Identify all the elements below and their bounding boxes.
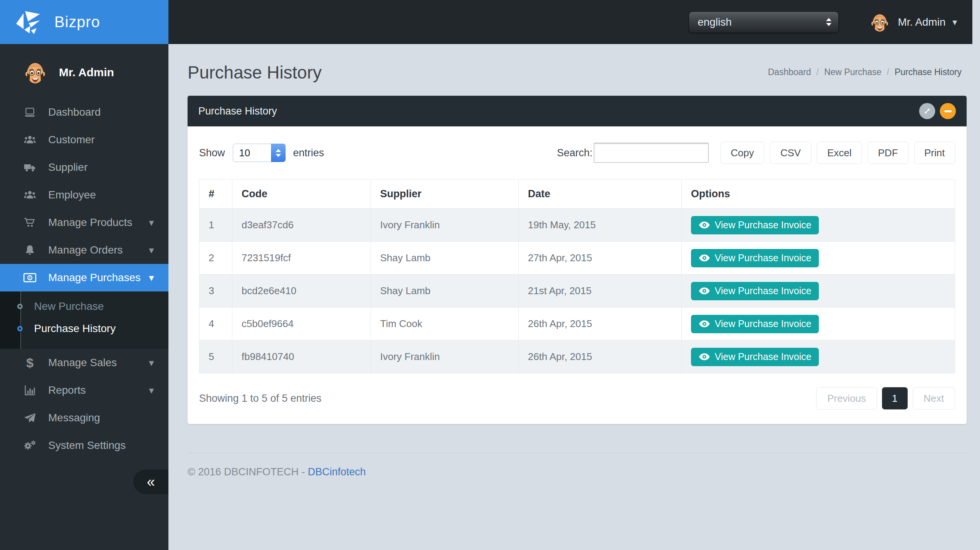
entries-label: entries — [293, 147, 324, 159]
cell-options: View Purchase Invoice — [682, 308, 955, 340]
cell-code: fb98410740 — [232, 340, 371, 373]
breadcrumb-current: Purchase History — [895, 67, 962, 77]
sidebar-item-employee[interactable]: Employee — [0, 181, 168, 209]
sidebar-item-label: Dashboard — [48, 106, 101, 118]
users-icon — [21, 189, 38, 201]
cell-num: 2 — [199, 242, 232, 275]
app-root: Bizpro Mr. Admin Dashboard Customer — [0, 0, 980, 550]
panel-heading: Purchase History — [188, 96, 967, 126]
sidebar-subitem-purchase-history[interactable]: Purchase History — [0, 318, 168, 340]
breadcrumb-separator: / — [887, 67, 889, 77]
caret-down-icon: ▾ — [149, 385, 154, 396]
sidebar-item-dashboard[interactable]: Dashboard — [0, 98, 168, 126]
column-header-supplier[interactable]: Supplier — [371, 180, 519, 209]
view-purchase-invoice-button[interactable]: View Purchase Invoice — [691, 282, 819, 300]
view-purchase-invoice-button[interactable]: View Purchase Invoice — [691, 216, 819, 234]
print-button[interactable]: Print — [914, 142, 955, 164]
view-purchase-invoice-button[interactable]: View Purchase Invoice — [691, 315, 819, 333]
purchase-history-table: # Code Supplier Date Options 1 d3eaf37cd… — [199, 179, 955, 373]
cell-date: 21st Apr, 2015 — [519, 275, 682, 308]
topbar-avatar — [869, 11, 891, 33]
sidebar-item-label: Manage Orders — [48, 244, 123, 256]
view-purchase-invoice-button[interactable]: View Purchase Invoice — [691, 348, 819, 366]
sidebar-item-label: Messaging — [48, 412, 100, 424]
language-select[interactable]: english — [689, 11, 839, 33]
double-angle-left-icon: « — [147, 474, 155, 490]
breadcrumb-link-new-purchase[interactable]: New Purchase — [824, 67, 882, 77]
sidebar-subitem-label: Purchase History — [34, 322, 116, 335]
cell-supplier: Ivory Franklin — [371, 340, 519, 373]
sidebar-item-manage-purchases[interactable]: Manage Purchases ▾ — [0, 264, 168, 291]
users-icon — [21, 134, 38, 146]
column-header-code[interactable]: Code — [232, 180, 371, 209]
paper-plane-icon — [21, 412, 38, 424]
table-row: 5 fb98410740 Ivory Franklin 26th Apr, 20… — [199, 340, 955, 373]
sidebar-item-label: Reports — [48, 384, 86, 396]
cell-num: 4 — [199, 308, 232, 340]
cell-num: 3 — [199, 275, 232, 308]
column-header-options[interactable]: Options — [682, 180, 955, 209]
sidebar-item-system-settings[interactable]: System Settings — [0, 432, 168, 459]
sidebar-item-customer[interactable]: Customer — [0, 126, 168, 154]
panel-tools — [919, 103, 956, 119]
cell-code: c5b0ef9664 — [232, 308, 371, 340]
sidebar-item-label: Supplier — [48, 161, 88, 174]
cell-options: View Purchase Invoice — [682, 242, 955, 275]
eye-icon — [699, 287, 710, 295]
table-footer: Showing 1 to 5 of 5 entries Previous 1 N… — [199, 387, 955, 409]
sidebar-menu: Dashboard Customer Supplier Employee — [0, 98, 168, 459]
sidebar-submenu: New Purchase Purchase History — [0, 291, 168, 349]
cell-code: bcd2e6e410 — [232, 275, 371, 308]
table-controls: Show 10 entries Search: Copy CSV Excel — [199, 142, 955, 164]
caret-down-icon: ▾ — [149, 217, 154, 229]
breadcrumb-separator: / — [817, 67, 819, 77]
topbar: english Mr. Admin ▾ — [168, 0, 972, 44]
caret-down-icon: ▾ — [952, 17, 957, 28]
footer-link[interactable]: DBCinfotech — [308, 466, 366, 478]
sidebar-collapse-button[interactable]: « — [133, 470, 168, 494]
caret-down-icon: ▾ — [149, 357, 154, 369]
sidebar-item-manage-sales[interactable]: $ Manage Sales ▾ — [0, 349, 168, 376]
panel-body: Show 10 entries Search: Copy CSV Excel — [188, 126, 967, 424]
sidebar-subitem-new-purchase[interactable]: New Purchase — [0, 295, 168, 318]
caret-down-icon: ▾ — [149, 244, 154, 256]
brand-logo[interactable]: Bizpro — [0, 0, 168, 44]
cell-supplier: Shay Lamb — [371, 275, 519, 308]
collapse-panel-button[interactable] — [940, 103, 956, 119]
bar-chart-icon — [21, 384, 38, 396]
sidebar-item-manage-products[interactable]: Manage Products ▾ — [0, 209, 168, 236]
cell-date: 27th Apr, 2015 — [519, 242, 682, 275]
eye-icon — [699, 320, 710, 328]
page-length-select[interactable]: 10 — [233, 144, 286, 162]
column-header-num[interactable]: # — [199, 180, 232, 209]
topbar-user-menu[interactable]: Mr. Admin ▾ — [869, 11, 957, 33]
copy-button[interactable]: Copy — [720, 142, 764, 164]
sidebar-item-label: System Settings — [48, 439, 126, 452]
table-row: 2 7231519fcf Shay Lamb 27th Apr, 2015 Vi… — [199, 242, 955, 275]
language-select-value: english — [697, 16, 732, 28]
expand-icon — [923, 107, 931, 115]
sidebar-item-label: Manage Products — [48, 216, 132, 229]
breadcrumb-link-dashboard[interactable]: Dashboard — [768, 67, 811, 77]
expand-panel-button[interactable] — [919, 103, 935, 119]
sidebar-item-messaging[interactable]: Messaging — [0, 404, 168, 432]
cell-supplier: Shay Lamb — [371, 242, 519, 275]
page-1-button[interactable]: 1 — [882, 387, 907, 409]
sidebar-item-supplier[interactable]: Supplier — [0, 154, 168, 181]
table-info: Showing 1 to 5 of 5 entries — [199, 393, 322, 404]
sidebar-item-manage-orders[interactable]: Manage Orders ▾ — [0, 236, 168, 264]
page-length-control: Show 10 entries — [199, 144, 324, 162]
csv-button[interactable]: CSV — [770, 142, 811, 164]
dollar-icon: $ — [21, 355, 38, 370]
bizpro-logo-icon — [15, 10, 45, 34]
search-input[interactable] — [594, 143, 709, 163]
excel-button[interactable]: Excel — [817, 142, 862, 164]
pdf-button[interactable]: PDF — [868, 142, 908, 164]
page-length-value: 10 — [239, 147, 250, 159]
next-page-button[interactable]: Next — [913, 387, 955, 409]
previous-page-button[interactable]: Previous — [816, 387, 877, 409]
column-header-date[interactable]: Date — [519, 180, 682, 209]
sidebar: Bizpro Mr. Admin Dashboard Customer — [0, 0, 168, 550]
sidebar-item-reports[interactable]: Reports ▾ — [0, 376, 168, 404]
view-purchase-invoice-button[interactable]: View Purchase Invoice — [691, 249, 819, 267]
